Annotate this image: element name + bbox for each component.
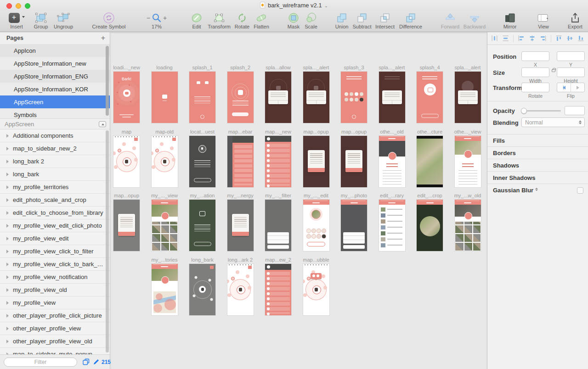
toolbar-flatten-button[interactable]: Flatten [251, 11, 272, 29]
artboard-label[interactable]: spla...allow [262, 65, 294, 70]
position-y-input[interactable] [557, 51, 585, 61]
artboard-thumbnail[interactable] [152, 200, 178, 251]
toolbar-scale-button[interactable]: Scale [301, 11, 321, 29]
artboard-thumbnail[interactable] [265, 136, 291, 187]
artboard-thumbnail[interactable] [189, 264, 215, 315]
artboard-thumbnail[interactable] [379, 200, 405, 251]
pages-scrollbar[interactable] [106, 46, 109, 116]
position-x-input[interactable] [521, 51, 549, 61]
layer-group-row[interactable]: my_profile_view_old [0, 284, 110, 296]
artboard-thumbnail[interactable] [152, 72, 178, 123]
artboard-thumbnail[interactable] [189, 72, 215, 123]
section-borders[interactable]: Borders [487, 146, 588, 159]
align-top-icon[interactable] [555, 35, 562, 42]
artboard-thumbnail[interactable] [303, 200, 329, 251]
disclosure-triangle-icon[interactable] [6, 314, 9, 318]
toolbar-union-button[interactable]: Union [332, 11, 352, 29]
layers-scrollbar[interactable] [106, 130, 109, 352]
layer-group-row[interactable]: other_player_profile_view_old [0, 335, 110, 348]
section-inner-shadows[interactable]: Inner Shadows [487, 171, 588, 184]
layer-group-row[interactable]: edit_click_to_choose_from_library [0, 207, 110, 219]
canvas[interactable]: loadi..._newBark!loadingsplash_1splash_2… [111, 32, 487, 369]
artboard-label[interactable]: my_..._filter [262, 193, 294, 198]
toolbar-zoom-button[interactable]: −+17% [141, 11, 172, 29]
artboard-label[interactable]: spla..._alert [452, 65, 484, 70]
artboard-thumbnail[interactable] [303, 264, 329, 315]
opacity-slider[interactable] [521, 110, 561, 112]
artboard-label[interactable]: map...ew_2 [262, 257, 294, 263]
artboard-label[interactable]: spla..._alert [376, 65, 408, 70]
page-item-appstore_information_new[interactable]: AppStore_Information_new [0, 57, 110, 70]
layer-group-row[interactable]: Additional components [0, 129, 110, 142]
artboard-label[interactable]: map...opup [338, 129, 370, 134]
artboard-label[interactable]: my_...ation [186, 193, 219, 198]
layer-group-row[interactable]: other_player_profile_click_picture [0, 309, 110, 322]
artboard-label[interactable]: spla..._alert [300, 65, 333, 70]
page-item-appstore_information_kor[interactable]: AppStore_Information_KOR [0, 83, 110, 95]
artboard-label[interactable]: splash_3 [338, 65, 370, 70]
lock-proportions-icon[interactable] [552, 69, 555, 72]
layer-group-row[interactable]: long_bark [0, 168, 110, 181]
title-chevron-icon[interactable]: ⌄ [324, 3, 328, 8]
page-item-appstore_information_eng[interactable]: AppStore_Information_ENG [0, 70, 110, 83]
artboard-thumbnail[interactable] [189, 200, 215, 251]
artboard-label[interactable]: othe..._old [376, 129, 408, 134]
disclosure-triangle-icon[interactable] [6, 198, 9, 202]
artboard-label[interactable]: long...ark 2 [224, 257, 257, 263]
artboard-thumbnail[interactable] [227, 72, 254, 123]
section-gaussian-blur[interactable]: Gaussian Blur [487, 184, 588, 196]
layer-group-row[interactable]: map_to_sidebar_mute_popup [0, 348, 110, 354]
page-item-appscreen[interactable]: AppScreen [0, 95, 110, 108]
align-horizontally-icon[interactable] [529, 35, 536, 42]
page-item-symbols[interactable]: Symbols [0, 108, 110, 118]
artboard-label[interactable]: loading [148, 65, 181, 70]
section-shadows[interactable]: Shadows [487, 159, 588, 171]
artboard-thumbnail[interactable] [417, 72, 443, 123]
zoom-out-button[interactable]: − [147, 15, 150, 21]
artboard-label[interactable]: my_...tories [148, 257, 181, 263]
artboard-label[interactable]: map..._new [262, 129, 294, 134]
toolbar-mirror-button[interactable]: Mirror [498, 11, 522, 29]
artboard-label[interactable]: my_...nergy [224, 193, 257, 198]
artboard-thumbnail[interactable] [379, 136, 405, 187]
size-height-input[interactable] [557, 67, 585, 77]
toolbar-mask-button[interactable]: Mask [284, 11, 303, 29]
artboard-label[interactable]: loadi..._new [111, 65, 143, 70]
artboard-thumbnail[interactable] [303, 72, 329, 123]
toolbar-intersect-button[interactable]: Intersect [373, 11, 397, 29]
disclosure-triangle-icon[interactable] [6, 327, 9, 330]
artboard-label[interactable]: map...ubble [300, 257, 333, 263]
artboard-label[interactable]: map...ebar [224, 129, 257, 134]
layer-group-row[interactable]: my_profile_territories [0, 181, 110, 194]
blur-type-chevrons-icon[interactable] [535, 188, 538, 191]
artboard-label[interactable]: my_..._edit [300, 193, 333, 198]
layer-group-row[interactable]: my_profile_view_edit [0, 232, 110, 245]
artboard-thumbnail[interactable] [227, 136, 254, 187]
artboard-thumbnail[interactable] [265, 264, 291, 315]
artboard-thumbnail[interactable] [417, 136, 443, 187]
section-fills[interactable]: Fills [487, 134, 588, 146]
blending-select[interactable]: Normal [521, 117, 585, 127]
artboard-thumbnail[interactable] [455, 136, 481, 187]
artboard-label[interactable]: edit_...rary [376, 193, 408, 198]
artboard-thumbnail[interactable] [455, 72, 481, 123]
toolbar-insert-button[interactable]: +Insert [6, 11, 27, 29]
toolbar-difference-button[interactable]: Difference [396, 11, 425, 29]
gaussian-blur-checkbox[interactable] [577, 187, 583, 194]
layer-group-row[interactable]: long_bark 2 [0, 155, 110, 168]
disclosure-triangle-icon[interactable] [6, 275, 9, 279]
pages-stack-icon[interactable] [83, 358, 90, 365]
artboard-label[interactable]: splash_2 [224, 65, 257, 70]
artboard-thumbnail[interactable] [227, 200, 254, 251]
artboard-label[interactable]: my_..._view [148, 193, 181, 198]
artboard-label[interactable]: my_...photo [338, 193, 370, 198]
opacity-input[interactable] [565, 106, 585, 115]
opacity-slider-knob[interactable] [521, 108, 527, 114]
pencil-icon[interactable] [93, 358, 100, 365]
layer-group-row[interactable]: my_profile_view_click_to_filter [0, 245, 110, 258]
toolbar-rotate-button[interactable]: Rotate [232, 11, 252, 29]
align-vertically-icon[interactable] [566, 35, 573, 42]
page-item-appicon[interactable]: AppIcon [0, 44, 110, 57]
artboard-thumbnail[interactable] [455, 200, 481, 251]
layer-group-row[interactable]: edit_photo_scale_and_crop [0, 194, 110, 207]
